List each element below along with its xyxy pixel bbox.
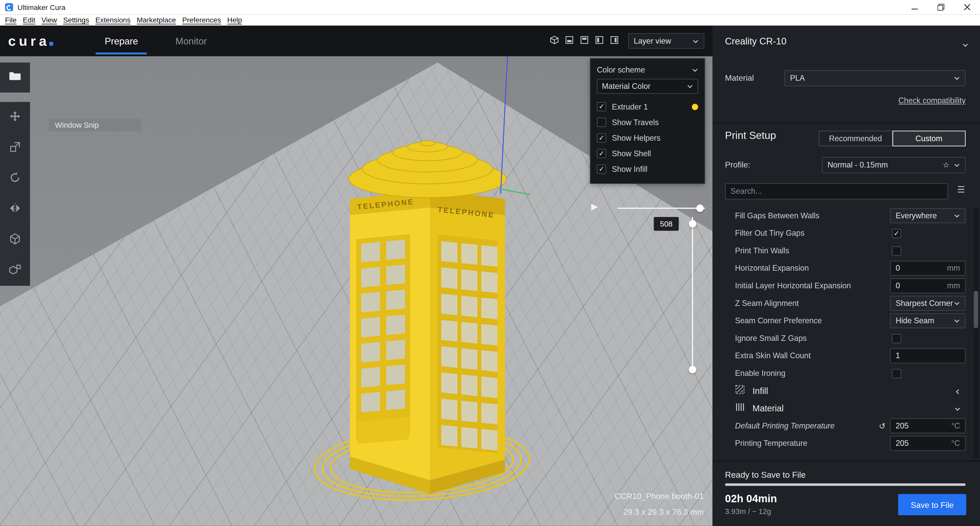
- setting-input[interactable]: 0mm: [890, 261, 966, 276]
- menu-item-marketplace[interactable]: Marketplace: [134, 16, 179, 24]
- profile-value: Normal - 0.15mm: [827, 161, 888, 169]
- setting-row: Ignore Small Z Gaps: [713, 330, 973, 347]
- layer-option-show-shell[interactable]: ✓Show Shell: [597, 146, 698, 161]
- maximize-button[interactable]: [928, 0, 954, 14]
- menu-item-view[interactable]: View: [38, 16, 60, 24]
- revert-icon[interactable]: ↺: [879, 421, 886, 430]
- setting-input[interactable]: 0mm: [890, 278, 966, 293]
- open-file-button[interactable]: [0, 62, 30, 93]
- setting-input[interactable]: 1: [890, 348, 966, 363]
- color-scheme-row[interactable]: Color scheme: [597, 64, 698, 77]
- path-slider-track[interactable]: [617, 207, 705, 209]
- setting-checkbox-unchecked[interactable]: [892, 334, 901, 343]
- layer-slider-track[interactable]: [692, 217, 693, 370]
- support-blocker-button[interactable]: [0, 255, 30, 286]
- save-to-file-button[interactable]: Save to File: [898, 494, 966, 515]
- move-tool-button[interactable]: [0, 102, 30, 132]
- close-button[interactable]: [954, 0, 980, 14]
- setting-input[interactable]: 205°C: [890, 418, 966, 433]
- setting-input[interactable]: 205°C: [890, 436, 966, 451]
- window-title: Ultimaker Cura: [18, 3, 65, 11]
- settings-category-material[interactable]: Material: [713, 400, 973, 417]
- checkbox-checked[interactable]: ✓: [597, 164, 606, 174]
- play-button[interactable]: ▶: [591, 202, 598, 210]
- checkbox-checked[interactable]: ✓: [597, 102, 606, 112]
- layer-slider-bottom-handle[interactable]: [689, 366, 696, 373]
- scrollbar-track[interactable]: [974, 207, 979, 458]
- view-left-icon[interactable]: [595, 35, 604, 46]
- minimize-button[interactable]: [901, 0, 928, 14]
- scrollbar-thumb[interactable]: [974, 291, 978, 328]
- checkbox-checked[interactable]: ✓: [597, 149, 606, 158]
- model-dimensions: 29.3 x 29.3 x 76.3 mm: [615, 504, 704, 520]
- per-model-settings-button[interactable]: [0, 225, 30, 255]
- material-dropdown[interactable]: PLA: [784, 70, 966, 86]
- settings-menu-icon[interactable]: ☰: [957, 185, 965, 194]
- chevron-down-icon: [954, 161, 960, 169]
- setting-label: Filter Out Tiny Gaps: [735, 229, 890, 237]
- profile-dropdown[interactable]: Normal - 0.15mm ☆: [822, 157, 966, 174]
- option-label: Show Shell: [612, 149, 698, 158]
- viewport-3d[interactable]: TELEPHONE TELEPHONE Window Snip: [0, 56, 713, 526]
- menu-item-settings[interactable]: Settings: [60, 16, 92, 24]
- layer-options: ✓Extruder 1Show Travels✓Show Helpers✓Sho…: [597, 99, 698, 177]
- layer-slider-top-handle[interactable]: [689, 220, 696, 228]
- checkbox-unchecked[interactable]: [597, 118, 606, 127]
- setting-dropdown[interactable]: Everywhere: [890, 208, 966, 223]
- scale-tool-button[interactable]: [0, 132, 30, 163]
- layer-option-extruder-1[interactable]: ✓Extruder 1: [597, 99, 698, 115]
- setting-row: Printing Temperature205°C: [713, 435, 973, 452]
- path-slider-handle[interactable]: [696, 204, 703, 212]
- tab-prepare[interactable]: Prepare: [86, 26, 157, 56]
- material-icon: [735, 402, 745, 414]
- tab-monitor[interactable]: Monitor: [157, 26, 225, 56]
- menu-item-file[interactable]: File: [2, 16, 20, 24]
- star-icon[interactable]: ☆: [943, 161, 950, 169]
- cura-logo-text: cura: [8, 33, 50, 49]
- setting-checkbox-unchecked[interactable]: [892, 246, 901, 256]
- view-right-icon[interactable]: [610, 35, 619, 46]
- mirror-tool-button[interactable]: [0, 194, 30, 225]
- folder-icon: [9, 70, 21, 85]
- setting-checkbox-checked[interactable]: ✓: [892, 228, 901, 238]
- menu-bar: FileEditViewSettingsExtensionsMarketplac…: [0, 14, 980, 26]
- category-label: Material: [752, 403, 784, 413]
- view-3d-icon[interactable]: [550, 35, 558, 46]
- input-value: 205: [896, 422, 908, 430]
- printer-selector[interactable]: Creality CR-10: [725, 26, 787, 56]
- chevron-down-icon: [954, 211, 960, 220]
- custom-button[interactable]: Custom: [892, 131, 966, 146]
- settings-category-infill[interactable]: Infill: [713, 382, 973, 400]
- menu-item-preferences[interactable]: Preferences: [179, 16, 224, 24]
- recommended-button[interactable]: Recommended: [819, 131, 892, 146]
- checkbox-checked[interactable]: ✓: [597, 133, 606, 143]
- search-input[interactable]: [725, 183, 948, 200]
- layer-view-panel: Color scheme Material Color ✓Extruder 1S…: [590, 58, 705, 184]
- progress-bar: [725, 483, 966, 486]
- menu-item-extensions[interactable]: Extensions: [92, 16, 134, 24]
- view-top-icon[interactable]: [580, 35, 589, 46]
- chevron-down-icon: [692, 65, 698, 74]
- setting-label: Default Printing Temperature: [735, 422, 879, 430]
- setting-dropdown[interactable]: Hide Seam: [890, 313, 966, 328]
- view-front-icon[interactable]: [565, 35, 574, 46]
- rotate-icon: [9, 171, 21, 186]
- option-label: Show Travels: [612, 118, 698, 127]
- layer-option-show-helpers[interactable]: ✓Show Helpers: [597, 130, 698, 145]
- chevron-down-icon: [692, 37, 698, 45]
- check-compatibility-link[interactable]: Check compatibility: [898, 96, 966, 105]
- chevron-down-icon: [955, 403, 961, 414]
- setting-dropdown[interactable]: Sharpest Corner: [890, 296, 966, 311]
- setting-row: Filter Out Tiny Gaps✓: [713, 225, 973, 242]
- setting-checkbox-unchecked[interactable]: [892, 369, 901, 378]
- menu-item-edit[interactable]: Edit: [20, 16, 38, 24]
- menu-item-help[interactable]: Help: [224, 16, 245, 24]
- rotate-tool-button[interactable]: [0, 163, 30, 194]
- view-mode-dropdown[interactable]: Layer view: [628, 33, 704, 49]
- layer-option-show-travels[interactable]: Show Travels: [597, 115, 698, 130]
- color-scheme-dropdown[interactable]: Material Color: [597, 79, 698, 94]
- input-unit: °C: [951, 422, 960, 430]
- cura-app-icon: [5, 3, 13, 11]
- setting-row: Enable Ironing: [713, 365, 973, 382]
- layer-option-show-infill[interactable]: ✓Show Infill: [597, 161, 698, 177]
